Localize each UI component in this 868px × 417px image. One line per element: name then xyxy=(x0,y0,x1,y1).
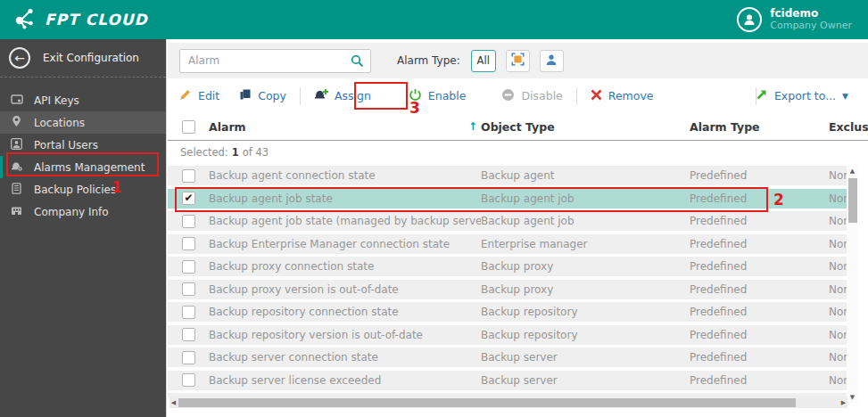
search-input[interactable] xyxy=(180,50,370,72)
cell-alarm-name: Backup proxy connection state xyxy=(209,260,481,273)
export-arrow-icon xyxy=(756,88,768,103)
scroll-up-arrow-icon[interactable]: ▲ xyxy=(847,166,858,176)
column-header-object-type[interactable]: Object Type xyxy=(481,120,690,134)
vertical-scrollbar[interactable]: ▲ ▼ xyxy=(847,166,858,403)
sidebar-item-portal-users[interactable]: Portal Users xyxy=(0,134,166,156)
table-row[interactable]: Backup proxy version is out-of-date Back… xyxy=(168,280,858,299)
enable-button[interactable]: Enable xyxy=(409,88,467,104)
table-body: Backup agent connection state Backup age… xyxy=(168,166,858,397)
row-checkbox[interactable] xyxy=(182,351,195,364)
cell-alarm-name: Backup repository connection state xyxy=(209,306,481,318)
cell-alarm-name: Backup Enterprise Manager connection sta… xyxy=(209,238,481,250)
user-name: fcidemo xyxy=(770,8,852,20)
row-checkbox[interactable] xyxy=(182,260,195,274)
exit-configuration-button[interactable]: ← Exit Configuration xyxy=(0,39,166,78)
cell-object-type: Enterprise manager xyxy=(481,238,690,250)
column-header-exclusions[interactable]: Exclus.. xyxy=(829,120,868,134)
app-window: FPT CLOUD fcidemo Company Owner ← Exit C… xyxy=(0,0,868,417)
filter-bar: Alarm Type: All xyxy=(168,43,868,78)
row-checkbox[interactable] xyxy=(182,169,195,183)
table-row[interactable]: Backup proxy connection state Backup pro… xyxy=(168,257,858,276)
scroll-down-arrow-icon[interactable]: ▼ xyxy=(847,392,858,403)
search-icon[interactable] xyxy=(351,54,364,71)
cell-alarm-name: Backup repository version is out-of-date xyxy=(209,329,481,341)
sidebar-nav: API Keys Locations Portal Users Alarms M… xyxy=(0,89,166,223)
scroll-right-arrow-icon[interactable]: ▶ xyxy=(839,399,847,406)
copy-button[interactable]: Copy xyxy=(239,88,286,103)
sidebar-item-backup-policies[interactable]: Backup Policies xyxy=(0,178,166,200)
cell-alarm-type: Predefined xyxy=(690,351,829,364)
alarm-type-label: Alarm Type: xyxy=(397,54,460,67)
row-checkbox[interactable] xyxy=(182,306,195,319)
selection-count: 1 xyxy=(232,146,239,159)
cell-alarm-type: Predefined xyxy=(690,260,829,273)
action-toolbar: Edit Copy Assign Enable xyxy=(168,78,868,113)
horizontal-scroll-thumb[interactable] xyxy=(178,398,796,407)
row-checkbox[interactable] xyxy=(182,237,195,250)
company-info-icon xyxy=(9,205,24,218)
cell-alarm-name: Backup agent job state (managed by backu… xyxy=(209,215,481,227)
cell-alarm-name: Backup agent connection state xyxy=(209,169,481,182)
cell-object-type: Backup agent job xyxy=(481,215,690,227)
cell-alarm-type: Predefined xyxy=(690,215,829,227)
cell-alarm-type: Predefined xyxy=(690,306,829,318)
chevron-down-icon: ▼ xyxy=(842,92,848,101)
vertical-scroll-thumb[interactable] xyxy=(848,178,857,223)
cell-object-type: Backup server xyxy=(481,351,690,364)
cell-alarm-name: Backup agent job state xyxy=(209,192,481,205)
cell-object-type: Backup repository xyxy=(481,306,690,318)
row-checkbox[interactable] xyxy=(182,192,195,205)
disable-button[interactable]: Disable xyxy=(501,88,562,104)
table-header: Alarm ↑ Object Type Alarm Type Exclus.. xyxy=(168,113,868,141)
sort-ascending-icon: ↑ xyxy=(468,120,477,133)
table-row[interactable]: Backup server license exceeded Backup se… xyxy=(168,371,858,390)
copy-icon xyxy=(239,88,252,103)
assign-bell-icon xyxy=(314,88,328,103)
sidebar-item-locations[interactable]: Locations xyxy=(0,111,166,134)
cell-alarm-name: Backup proxy version is out-of-date xyxy=(209,283,481,296)
predefined-alarm-icon xyxy=(511,53,525,70)
edit-button[interactable]: Edit xyxy=(179,88,219,103)
sidebar-item-alarms-management[interactable]: Alarms Management xyxy=(0,156,166,178)
remove-button[interactable]: Remove xyxy=(591,89,654,103)
api-keys-icon xyxy=(9,94,24,108)
column-header-alarm[interactable]: Alarm ↑ xyxy=(209,120,481,134)
row-checkbox[interactable] xyxy=(182,282,195,296)
row-checkbox[interactable] xyxy=(182,215,195,228)
user-alarms-filter-button[interactable] xyxy=(540,50,564,72)
export-to-button[interactable]: Export to... ▼ xyxy=(756,78,848,113)
back-arrow-icon: ← xyxy=(9,47,30,69)
user-menu[interactable]: fcidemo Company Owner xyxy=(737,7,852,32)
table-row[interactable]: Backup server connection state Backup se… xyxy=(168,348,858,367)
row-checkbox[interactable] xyxy=(182,373,195,387)
backup-policies-icon xyxy=(9,183,24,197)
location-pin-icon xyxy=(9,115,24,130)
brand-title: FPT CLOUD xyxy=(45,11,148,29)
toolbar-separator xyxy=(576,87,577,105)
scroll-left-arrow-icon[interactable]: ◀ xyxy=(169,399,178,406)
row-checkbox[interactable] xyxy=(182,328,195,341)
table-row[interactable]: Backup repository connection state Backu… xyxy=(168,302,858,322)
alarm-type-all-button[interactable]: All xyxy=(471,50,496,72)
main-content: Alarm Type: All Edit xyxy=(168,39,868,417)
disable-icon xyxy=(501,88,515,104)
select-all-checkbox[interactable] xyxy=(182,120,195,134)
exit-configuration-label: Exit Configuration xyxy=(43,52,139,64)
column-header-alarm-type[interactable]: Alarm Type xyxy=(690,120,829,134)
table-row[interactable]: Backup Enterprise Manager connection sta… xyxy=(168,234,858,254)
predefined-alarms-filter-button[interactable] xyxy=(506,50,530,72)
assign-button[interactable]: Assign xyxy=(314,88,371,103)
sidebar-item-company-info[interactable]: Company Info xyxy=(0,200,166,223)
sidebar-item-api-keys[interactable]: API Keys xyxy=(0,89,166,111)
cell-object-type: Backup server xyxy=(481,374,690,387)
table-row[interactable]: Backup repository version is out-of-date… xyxy=(168,325,858,345)
table-row[interactable]: Backup agent job state (managed by backu… xyxy=(168,211,858,231)
horizontal-scrollbar[interactable]: ◀ ▶ xyxy=(169,397,847,408)
cell-alarm-name: Backup server connection state xyxy=(209,351,481,364)
remove-x-icon xyxy=(591,89,602,103)
table-row[interactable]: Backup agent connection state Backup age… xyxy=(168,166,858,185)
cell-alarm-type: Predefined xyxy=(690,374,829,387)
table-row[interactable]: Backup agent job state Backup agent job … xyxy=(168,189,858,208)
user-role: Company Owner xyxy=(770,20,852,31)
edit-pencil-icon xyxy=(179,88,192,103)
